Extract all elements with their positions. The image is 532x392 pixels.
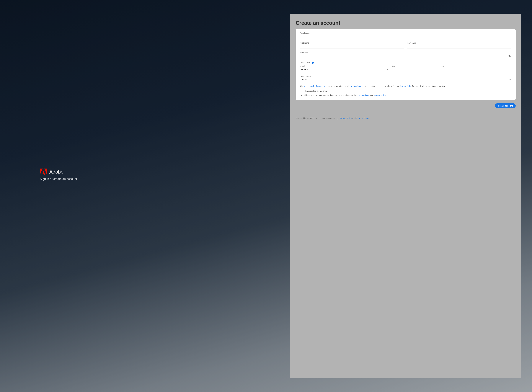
last-name-input[interactable] [407,44,511,48]
google-privacy-link[interactable]: Privacy Policy [340,117,352,119]
month-select[interactable]: January [300,68,389,72]
contact-email-checkbox[interactable] [300,90,302,92]
password-label: Password [300,51,511,54]
signup-card: Email address First name Last name Passw… [296,29,516,100]
brand-block: Adobe Sign in or create an account [40,168,77,181]
terms-of-use-link[interactable]: Terms of Use [359,94,369,96]
marketing-disclosure: The Adobe family of companies may keep m… [300,85,511,88]
day-label: Day [392,65,438,67]
email-input[interactable] [300,34,511,39]
password-input[interactable] [300,54,511,58]
recaptcha-notice: Protected by reCAPTCHA and subject to th… [296,117,516,120]
brand-name: Adobe [49,169,64,175]
country-label: Country/Region [300,75,511,77]
day-input[interactable] [392,68,438,72]
country-value: Canada [300,78,511,82]
dob-label: Date of birth [300,62,310,64]
year-label: Year [441,65,487,67]
svg-marker-0 [40,169,43,175]
contact-email-label: Please contact me via email [304,90,327,92]
last-name-label: Last name [407,42,511,44]
first-name-input[interactable] [300,44,404,48]
privacy-policy-link-2[interactable]: Privacy Policy [374,94,386,96]
signup-panel: Create an account Email address First na… [290,14,522,378]
first-name-label: First name [300,42,404,44]
google-tos-link[interactable]: Terms of Service [356,117,370,119]
dob-info-icon[interactable]: i [312,62,314,64]
privacy-policy-link[interactable]: Privacy Policy [400,85,412,87]
adobe-logo-icon [40,168,47,175]
brand-subtitle: Sign in or create an account [40,177,77,181]
month-value: January [300,68,389,72]
country-select[interactable]: Canada [300,78,511,82]
email-label: Email address [300,32,511,34]
panel-title: Create an account [296,20,516,26]
year-input[interactable] [441,68,487,72]
toggle-password-visibility-icon[interactable] [508,54,511,57]
svg-marker-1 [44,169,47,175]
month-label: Month [300,65,389,67]
terms-disclosure: By clicking Create account, I agree that… [300,94,511,97]
svg-marker-2 [42,171,45,175]
create-account-button[interactable]: Create account [495,103,516,108]
personalized-link[interactable]: personalized [351,85,361,87]
adobe-family-link[interactable]: Adobe family of companies [304,85,326,87]
